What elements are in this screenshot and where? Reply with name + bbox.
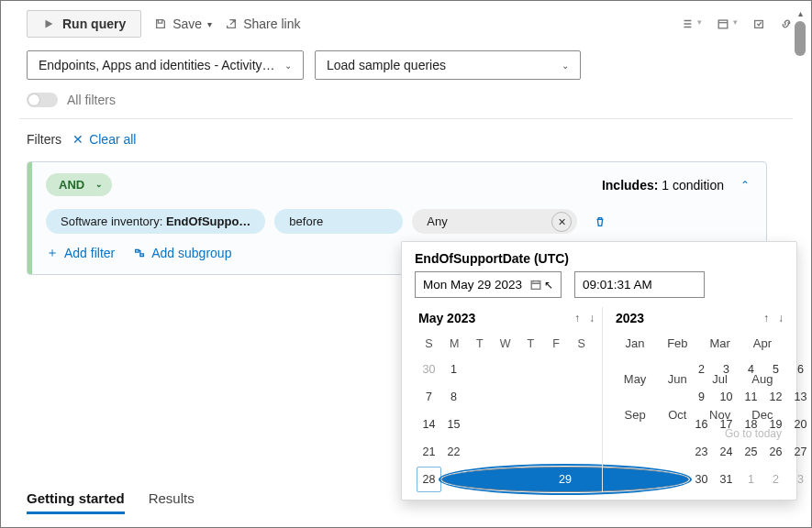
calendar-day[interactable]: 30 bbox=[417, 357, 441, 382]
divider bbox=[602, 307, 603, 492]
scroll-up-icon[interactable]: ▴ bbox=[793, 6, 807, 19]
run-query-button[interactable]: Run query bbox=[27, 10, 141, 38]
save-icon bbox=[154, 17, 167, 30]
sample-label: Load sample queries bbox=[327, 58, 446, 72]
chevron-down-icon[interactable]: ▾ bbox=[733, 17, 738, 30]
share-icon bbox=[225, 17, 238, 30]
popover-title: EndOfSupportDate (UTC) bbox=[415, 251, 785, 266]
dow-label: M bbox=[442, 331, 467, 357]
month-cell[interactable]: Aug bbox=[741, 372, 784, 386]
dow-label: S bbox=[417, 331, 441, 357]
month-label[interactable]: May 2023 bbox=[418, 311, 475, 325]
save-button[interactable]: Save ▾ bbox=[154, 16, 212, 31]
share-label: Share link bbox=[243, 16, 300, 31]
includes-summary: Includes: 1 condition bbox=[602, 178, 724, 192]
add-filter-button[interactable]: ＋ Add filter bbox=[46, 245, 115, 261]
scope-selector[interactable]: Endpoints, Apps and identities - Activit… bbox=[27, 50, 304, 80]
prev-year-button[interactable]: ↑ bbox=[763, 312, 769, 324]
scope-label: Endpoints, Apps and identities - Activit… bbox=[39, 58, 275, 72]
month-cell[interactable]: Oct bbox=[656, 408, 698, 422]
calendar-day[interactable]: 21 bbox=[417, 439, 441, 465]
filter-value-pill[interactable]: Any ✕ bbox=[412, 209, 577, 234]
year-calendar: 2023 ↑ ↓ JanFebMarAprMayJunJulAugSepOctN… bbox=[612, 307, 785, 492]
logic-label: AND bbox=[59, 178, 84, 192]
calendar-day[interactable]: 7 bbox=[417, 384, 441, 410]
filters-heading: Filters bbox=[27, 132, 61, 147]
svg-rect-1 bbox=[755, 21, 763, 28]
all-filters-label: All filters bbox=[67, 93, 116, 107]
share-link-button[interactable]: Share link bbox=[225, 16, 300, 31]
chevron-down-icon: ⌄ bbox=[284, 60, 292, 71]
month-cell[interactable]: Mar bbox=[698, 336, 740, 350]
calendar-day[interactable]: 27 bbox=[788, 439, 812, 465]
month-cell[interactable]: Jan bbox=[614, 336, 656, 350]
calendar-day[interactable]: 1 bbox=[441, 357, 466, 382]
chevron-down-icon: ▾ bbox=[207, 19, 212, 29]
tab-results[interactable]: Results bbox=[149, 490, 195, 514]
month-cell[interactable]: Nov bbox=[698, 408, 740, 422]
link-icon[interactable] bbox=[780, 17, 793, 30]
collapse-group-button[interactable]: ⌃ bbox=[740, 179, 750, 192]
calendar-icon[interactable] bbox=[717, 17, 729, 30]
time-input[interactable]: 09:01:31 AM bbox=[574, 271, 705, 298]
sample-queries-selector[interactable]: Load sample queries ⌄ bbox=[315, 50, 581, 80]
dow-label: W bbox=[493, 331, 517, 357]
subgroup-icon bbox=[133, 247, 146, 259]
all-filters-toggle[interactable] bbox=[27, 93, 58, 107]
clear-value-icon[interactable]: ✕ bbox=[551, 212, 572, 232]
export-icon[interactable] bbox=[752, 17, 765, 30]
calendar-day[interactable]: 22 bbox=[441, 439, 466, 465]
calendar-day[interactable]: 15 bbox=[441, 412, 466, 437]
month-cell[interactable]: Dec bbox=[741, 408, 784, 422]
month-cell[interactable]: Apr bbox=[741, 336, 784, 350]
calendar-day[interactable]: 14 bbox=[417, 412, 441, 437]
calendar-day[interactable]: 13 bbox=[788, 384, 812, 410]
prev-month-button[interactable]: ↑ bbox=[574, 312, 580, 324]
play-icon bbox=[42, 17, 55, 30]
dow-label: F bbox=[544, 331, 569, 357]
month-cell[interactable]: Jul bbox=[698, 372, 740, 386]
dow-label: S bbox=[569, 331, 594, 357]
filter-operator-pill[interactable]: before bbox=[274, 209, 403, 234]
next-month-button[interactable]: ↓ bbox=[589, 312, 595, 324]
calendar-day[interactable]: 20 bbox=[788, 412, 812, 437]
save-label: Save bbox=[172, 16, 202, 31]
calendar-icon[interactable] bbox=[529, 279, 542, 292]
chevron-down-icon: ⌄ bbox=[95, 180, 103, 189]
svg-rect-2 bbox=[531, 280, 540, 289]
svg-rect-0 bbox=[718, 20, 728, 28]
close-icon: ✕ bbox=[72, 132, 83, 147]
next-year-button[interactable]: ↓ bbox=[778, 312, 784, 324]
date-picker-popover: EndOfSupportDate (UTC) Mon May 29 2023 ↖… bbox=[401, 241, 797, 500]
chevron-down-icon: ⌄ bbox=[562, 60, 569, 71]
list-icon[interactable] bbox=[681, 17, 694, 30]
calendar-day[interactable]: 3 bbox=[788, 467, 812, 492]
month-cell[interactable]: Sep bbox=[614, 408, 656, 422]
month-cell[interactable]: Feb bbox=[656, 336, 698, 350]
plus-icon: ＋ bbox=[46, 245, 59, 261]
calendar-day[interactable]: 28 bbox=[417, 467, 441, 492]
run-query-label: Run query bbox=[62, 16, 126, 31]
tab-getting-started[interactable]: Getting started bbox=[27, 490, 125, 514]
date-input[interactable]: Mon May 29 2023 ↖ bbox=[415, 271, 562, 298]
chevron-down-icon[interactable]: ▾ bbox=[697, 17, 702, 30]
logic-operator-selector[interactable]: AND ⌄ bbox=[46, 173, 112, 196]
add-subgroup-button[interactable]: Add subgroup bbox=[133, 245, 231, 261]
year-label[interactable]: 2023 bbox=[616, 311, 644, 325]
scroll-thumb[interactable] bbox=[795, 21, 806, 56]
month-cell[interactable]: Jun bbox=[656, 372, 698, 386]
cursor-icon: ↖ bbox=[544, 279, 553, 292]
go-to-today-button[interactable]: Go to today bbox=[612, 422, 785, 440]
dow-label: T bbox=[467, 331, 492, 357]
clear-all-label: Clear all bbox=[89, 132, 136, 147]
filter-field-pill[interactable]: Software inventory: EndOfSuppo… bbox=[46, 209, 265, 234]
trash-icon[interactable] bbox=[594, 215, 606, 228]
calendar-day[interactable]: 6 bbox=[788, 357, 812, 382]
month-cell[interactable]: May bbox=[614, 372, 656, 386]
clear-all-button[interactable]: ✕ Clear all bbox=[72, 132, 136, 147]
dow-label: T bbox=[518, 331, 543, 357]
calendar-day[interactable]: 8 bbox=[441, 384, 466, 410]
month-calendar: May 2023 ↑ ↓ SMTWTFS 3012345678910111213… bbox=[415, 307, 596, 492]
